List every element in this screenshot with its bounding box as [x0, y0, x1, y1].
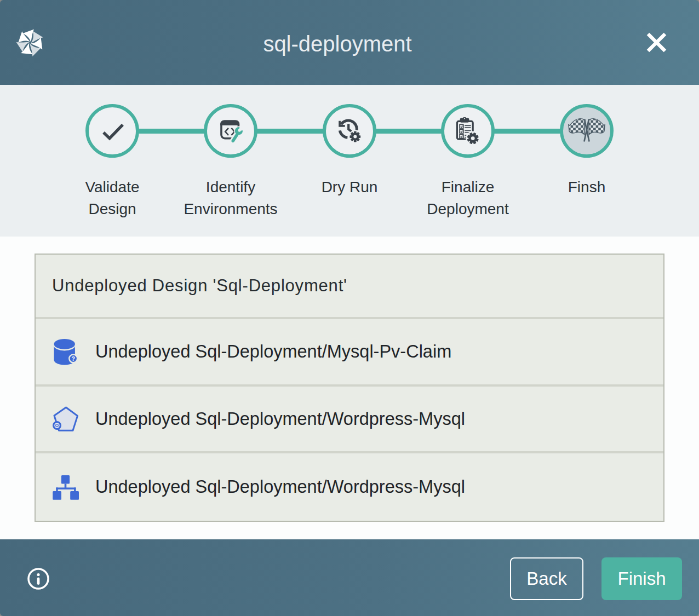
svg-text:?: ? [71, 355, 75, 362]
